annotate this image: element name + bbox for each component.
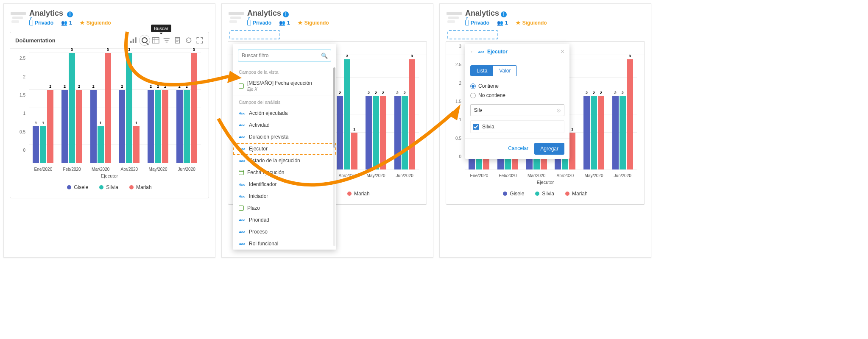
- expand-icon[interactable]: [196, 36, 204, 44]
- filter-option-row[interactable]: Silvia: [470, 120, 564, 133]
- bar[interactable]: 2: [373, 96, 379, 170]
- legend-item[interactable]: Silvia: [99, 184, 118, 190]
- privacy-badge[interactable]: Privado: [465, 20, 489, 26]
- legend-item[interactable]: Gisele: [67, 184, 88, 190]
- bar[interactable]: 2: [61, 90, 68, 163]
- bar[interactable]: 2: [620, 96, 626, 170]
- bar[interactable]: 2: [155, 90, 161, 163]
- bar[interactable]: 2: [583, 96, 590, 170]
- bar[interactable]: 2: [184, 90, 190, 163]
- legend-item[interactable]: Mariah: [129, 184, 152, 190]
- legend-item[interactable]: Silvia: [535, 191, 554, 197]
- bar[interactable]: 1: [569, 133, 575, 170]
- bar[interactable]: 3: [69, 53, 75, 163]
- bar[interactable]: 1: [40, 126, 46, 163]
- sort-icon[interactable]: [163, 36, 170, 44]
- bar[interactable]: 3: [344, 59, 350, 170]
- info-icon[interactable]: i: [283, 11, 289, 17]
- popup-item[interactable]: AbcIniciador: [233, 190, 336, 202]
- popup-item[interactable]: AbcAcción ejecutada: [233, 107, 336, 119]
- bar[interactable]: 2: [176, 90, 183, 163]
- bar[interactable]: 2: [162, 90, 168, 163]
- group-badge[interactable]: 👥1: [497, 20, 508, 26]
- bar[interactable]: 2: [148, 90, 154, 163]
- popup-item[interactable]: AbcRol funcional: [233, 238, 336, 250]
- bar[interactable]: 3: [409, 59, 415, 170]
- bar[interactable]: 2: [380, 96, 386, 170]
- bar[interactable]: 3: [105, 53, 111, 163]
- bar[interactable]: 2: [402, 96, 408, 170]
- bar[interactable]: 1: [351, 133, 357, 170]
- y-axis-tick: 2.5: [16, 56, 27, 61]
- privacy-badge[interactable]: Privado: [29, 20, 53, 26]
- follow-badge[interactable]: ★Siguiendo: [516, 19, 547, 26]
- radio-icon: [470, 83, 476, 89]
- info-icon[interactable]: i: [67, 11, 73, 17]
- popup-item[interactable]: Plazo: [233, 202, 336, 214]
- popup-item[interactable]: AbcEstado de la ejecución: [233, 155, 336, 167]
- follow-badge[interactable]: ★Siguiendo: [298, 19, 329, 26]
- bar-value-label: 2: [120, 84, 123, 89]
- popup-item[interactable]: AbcActividad: [233, 119, 336, 131]
- cancel-button[interactable]: Cancelar: [506, 143, 530, 155]
- table-icon[interactable]: [152, 36, 159, 44]
- y-axis-tick: 2: [16, 74, 27, 79]
- bar[interactable]: 2: [598, 96, 604, 170]
- refresh-icon[interactable]: [185, 36, 193, 44]
- filter-drop-target[interactable]: [447, 30, 498, 39]
- group-badge[interactable]: 👥1: [279, 20, 290, 26]
- panel-header: Analyticsi Privado 👥1 ★Siguiendo: [440, 4, 651, 26]
- radio-contains[interactable]: Contiene: [470, 81, 564, 91]
- bar-group: 112: [29, 53, 58, 163]
- search-button[interactable]: [141, 36, 148, 44]
- bar[interactable]: 2: [119, 90, 125, 163]
- bar[interactable]: 2: [90, 90, 97, 163]
- bar[interactable]: 2: [612, 96, 619, 170]
- bar[interactable]: 2: [394, 96, 401, 170]
- bar-value-label: 2: [149, 84, 152, 89]
- popup-item[interactable]: AbcProceso: [233, 226, 336, 238]
- clear-input-icon[interactable]: ⊗: [556, 107, 561, 114]
- bar[interactable]: 2: [47, 90, 53, 163]
- popup-item[interactable]: Fecha ejecución: [233, 167, 336, 178]
- radio-not-contains[interactable]: No contiene: [470, 91, 564, 100]
- bar[interactable]: 3: [126, 53, 132, 163]
- bar[interactable]: 2: [76, 90, 82, 163]
- filter-search-input[interactable]: [238, 50, 331, 61]
- bar-group: 223: [390, 59, 419, 170]
- back-button[interactable]: ←: [470, 49, 475, 55]
- bar[interactable]: 2: [366, 96, 372, 170]
- follow-badge[interactable]: ★Siguiendo: [80, 19, 111, 26]
- chart-type-icon[interactable]: [130, 36, 137, 44]
- info-icon[interactable]: i: [501, 11, 507, 17]
- bar[interactable]: 3: [627, 59, 633, 170]
- tab-list[interactable]: Lista: [471, 66, 493, 76]
- filter-drop-target[interactable]: [229, 30, 280, 39]
- tab-value[interactable]: Valor: [493, 66, 516, 76]
- bar[interactable]: 1: [33, 126, 39, 163]
- scrollbar[interactable]: [333, 67, 335, 246]
- bar-group: 222: [580, 59, 608, 170]
- legend-item[interactable]: Mariah: [565, 191, 588, 197]
- popup-item[interactable]: AbcEjecutor: [233, 143, 336, 155]
- x-axis-label: Jun/2020: [172, 164, 201, 172]
- add-button[interactable]: Agregar: [534, 143, 564, 155]
- popup-item-axis-field[interactable]: [MES/AÑO] Fecha ejecuciónEje X: [233, 77, 336, 95]
- popup-item[interactable]: AbcPrioridad: [233, 214, 336, 226]
- legend-item[interactable]: Mariah: [347, 191, 370, 197]
- group-badge[interactable]: 👥1: [61, 20, 72, 26]
- field-type-text-icon: Abc: [239, 218, 246, 222]
- bar[interactable]: 1: [98, 126, 104, 163]
- bar[interactable]: 2: [591, 96, 597, 170]
- bar[interactable]: 2: [337, 96, 343, 170]
- x-axis-label: Mar/2020: [522, 171, 551, 178]
- bar[interactable]: 1: [133, 126, 140, 163]
- privacy-badge[interactable]: Privado: [247, 20, 271, 26]
- document-icon[interactable]: [174, 36, 181, 44]
- popup-item[interactable]: AbcDuración prevista: [233, 131, 336, 143]
- filter-value-input[interactable]: [470, 104, 564, 116]
- popup-item[interactable]: AbcIdentificador: [233, 178, 336, 190]
- close-button[interactable]: ×: [561, 48, 564, 56]
- bar[interactable]: 3: [191, 53, 197, 163]
- legend-item[interactable]: Gisele: [503, 191, 524, 197]
